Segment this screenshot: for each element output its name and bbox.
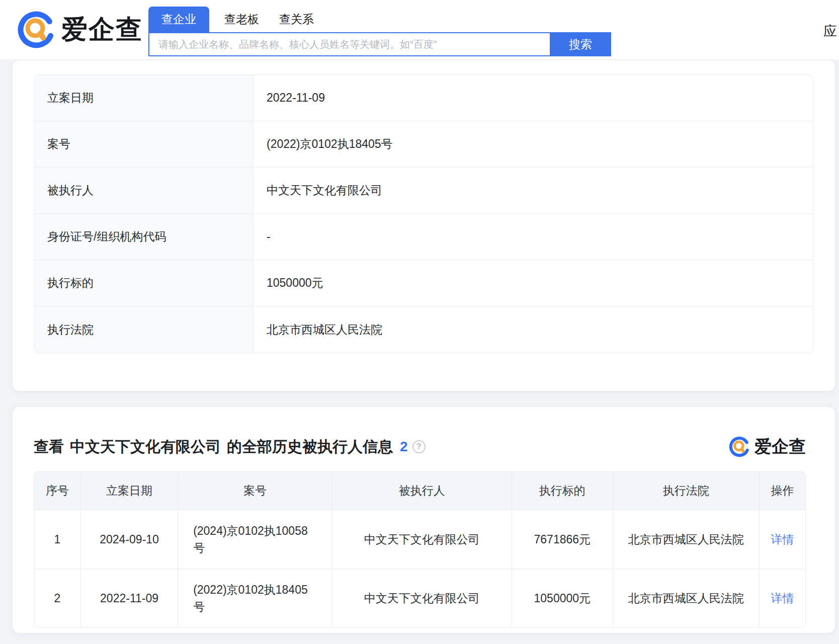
cell-executee: 中文天下文化有限公司 [332, 569, 512, 627]
row-value: 1050000元 [254, 260, 813, 306]
cell-action: 详情 [759, 510, 805, 569]
aiqicha-magnifier-icon [17, 11, 55, 49]
search-bar: 搜索 [148, 32, 611, 56]
table-row: 执行标的 1050000元 [35, 260, 813, 306]
cell-index: 2 [34, 569, 80, 627]
enforcement-detail-table: 立案日期 2022-11-09 案号 (2022)京0102执18405号 被执… [34, 74, 813, 353]
top-right-nav-link[interactable]: 应 [823, 22, 837, 40]
table-row: 2 2022-11-09 (2022)京0102执18405号 中文天下文化有限… [34, 569, 805, 627]
aiqicha-magnifier-icon [729, 436, 750, 457]
row-value: (2022)京0102执18405号 [254, 121, 813, 167]
cell-case-number: (2022)京0102执18405号 [178, 569, 332, 627]
logo-wordmark: 爱企查 [61, 12, 143, 47]
history-table: 序号 立案日期 案号 被执行人 执行标的 执行法院 操作 1 2024-09-1… [34, 471, 806, 628]
column-header: 被执行人 [332, 472, 512, 510]
search-button[interactable]: 搜索 [550, 32, 611, 56]
company-name: 中文天下文化有限公司 [70, 437, 221, 457]
cell-filing-date: 2022-11-09 [80, 569, 178, 627]
row-label: 执行标的 [35, 260, 254, 306]
cell-action: 详情 [759, 569, 805, 627]
column-header: 立案日期 [80, 472, 178, 510]
cell-case-number: (2024)京0102执10058号 [178, 510, 332, 569]
tab-boss-search[interactable]: 查老板 [224, 7, 259, 32]
column-header: 操作 [759, 472, 805, 510]
row-label: 立案日期 [35, 75, 254, 121]
page-title: 查看 中文天下文化有限公司 的全部历史被执行人信息 2 ? [34, 437, 426, 457]
row-label: 被执行人 [35, 168, 254, 213]
aiqicha-logo[interactable]: 爱企查 [17, 11, 143, 49]
row-label: 身份证号/组织机构代码 [35, 214, 254, 260]
column-header: 案号 [178, 472, 332, 510]
table-row: 被执行人 中文天下文化有限公司 [35, 168, 813, 214]
search-tabs: 查企业 查老板 查关系 [148, 7, 611, 32]
logo-wordmark: 爱企查 [754, 435, 806, 458]
table-row: 案号 (2022)京0102执18405号 [35, 121, 813, 168]
table-header-row: 序号 立案日期 案号 被执行人 执行标的 执行法院 操作 [34, 472, 805, 510]
table-row: 立案日期 2022-11-09 [35, 75, 813, 121]
search-area: 查企业 查老板 查关系 搜索 [148, 7, 611, 56]
column-header: 执行法院 [613, 472, 759, 510]
column-header: 执行标的 [512, 472, 613, 510]
record-count-badge: 2 [400, 439, 408, 455]
enforcement-detail-card: 立案日期 2022-11-09 案号 (2022)京0102执18405号 被执… [13, 60, 835, 391]
title-suffix: 的全部历史被执行人信息 [227, 437, 393, 457]
top-header: 爱企查 查企业 查老板 查关系 搜索 应 [0, 0, 839, 59]
history-section-header: 查看 中文天下文化有限公司 的全部历史被执行人信息 2 ? 爱企查 [34, 435, 806, 458]
cell-court: 北京市西城区人民法院 [613, 510, 759, 569]
table-row: 1 2024-09-10 (2024)京0102执10058号 中文天下文化有限… [34, 510, 805, 569]
column-header: 序号 [34, 472, 80, 510]
row-value: - [254, 214, 813, 260]
title-prefix: 查看 [34, 437, 64, 457]
details-link[interactable]: 详情 [771, 531, 794, 548]
details-link[interactable]: 详情 [771, 590, 794, 607]
cell-court: 北京市西城区人民法院 [613, 569, 759, 627]
table-row: 执行法院 北京市西城区人民法院 [35, 306, 813, 353]
cell-filing-date: 2024-09-10 [80, 510, 178, 569]
cell-executee: 中文天下文化有限公司 [332, 510, 512, 569]
cell-amount: 1050000元 [512, 569, 613, 627]
tab-company-search[interactable]: 查企业 [148, 7, 209, 32]
page-content: 立案日期 2022-11-09 案号 (2022)京0102执18405号 被执… [0, 59, 839, 633]
cell-amount: 7671866元 [512, 510, 613, 569]
row-value: 2022-11-09 [254, 75, 813, 121]
table-row: 身份证号/组织机构代码 - [35, 214, 813, 260]
tab-relation-search[interactable]: 查关系 [279, 7, 314, 32]
row-value: 北京市西城区人民法院 [254, 306, 813, 353]
watermark-logo: 爱企查 [729, 435, 806, 458]
row-label: 案号 [35, 121, 254, 167]
help-icon[interactable]: ? [412, 440, 426, 453]
row-label: 执行法院 [35, 306, 254, 353]
history-card: 查看 中文天下文化有限公司 的全部历史被执行人信息 2 ? 爱企查 [13, 407, 835, 633]
row-value: 中文天下文化有限公司 [254, 168, 813, 213]
cell-index: 1 [34, 510, 80, 569]
card-gap [13, 391, 835, 407]
search-input[interactable] [148, 32, 550, 56]
